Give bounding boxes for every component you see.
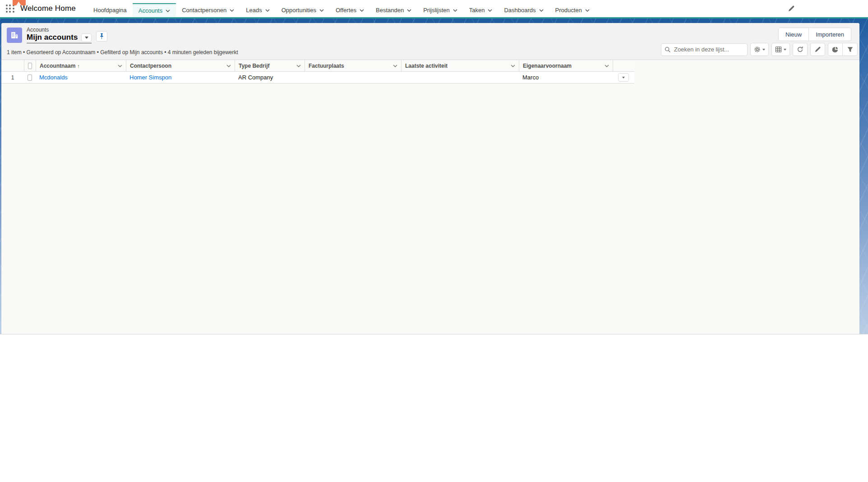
chevron-down-icon [488, 9, 492, 12]
new-button[interactable]: Nieuw [778, 28, 809, 41]
gear-icon [754, 46, 761, 53]
nav-tabs: Hoofdpagina Accounts Contactpersonen Lea… [88, 3, 596, 17]
accounts-table: Accountnaam ↑ Contactpersoon Type Bedrij… [1, 60, 634, 83]
table-grid-icon [775, 46, 782, 53]
filters-button[interactable] [843, 43, 858, 56]
chart-filter-group [828, 43, 858, 56]
chevron-down-icon [319, 9, 324, 12]
list-settings-button[interactable] [750, 43, 769, 56]
tab-bestanden[interactable]: Bestanden [370, 3, 417, 17]
table-header-row: Accountnaam ↑ Contactpersoon Type Bedrij… [1, 60, 634, 72]
type-bedrijf-value: AR Company [238, 74, 273, 81]
accounts-object-icon [7, 28, 22, 43]
chevron-down-icon [539, 9, 544, 12]
row-actions-button[interactable] [618, 73, 629, 82]
eigenaarvoornaam-value: Marco [522, 74, 539, 81]
display-as-button[interactable] [771, 43, 790, 56]
row-checkbox[interactable] [28, 74, 32, 81]
edit-list-button[interactable] [810, 43, 825, 56]
sort-asc-icon: ↑ [77, 63, 80, 69]
list-status-line: 1 item • Gesorteerd op Accountnaam • Gef… [7, 49, 238, 56]
edit-nav-pencil-icon[interactable] [788, 5, 795, 12]
list-view-dropdown-button[interactable] [81, 33, 92, 42]
chevron-down-icon [453, 9, 457, 12]
column-header-contactpersoon[interactable]: Contactpersoon [126, 60, 235, 71]
pushpin-icon [99, 33, 105, 40]
triangle-down-icon [622, 77, 625, 79]
refresh-icon [797, 46, 803, 53]
tab-contactpersonen[interactable]: Contactpersonen [176, 3, 240, 17]
column-header-laatste-activiteit[interactable]: Laatste activiteit [401, 60, 519, 71]
funnel-icon [847, 46, 854, 53]
entity-label: Accounts [27, 27, 92, 33]
chevron-down-icon[interactable] [393, 65, 397, 67]
row-number-header [1, 60, 24, 71]
orange-logo-fragment [13, 0, 26, 5]
chevron-down-icon[interactable] [511, 65, 515, 67]
column-header-accountnaam[interactable]: Accountnaam ↑ [36, 60, 126, 71]
chevron-down-icon [585, 9, 590, 12]
chevron-down-icon [407, 9, 411, 12]
search-icon [665, 46, 671, 53]
list-view-name: Mijn accounts [27, 33, 78, 42]
column-header-eigenaarvoornaam[interactable]: Eigenaarvoornaam [519, 60, 613, 71]
chevron-down-icon [265, 9, 270, 12]
pie-chart-icon [832, 46, 839, 53]
select-all-cell [24, 60, 36, 71]
import-button[interactable]: Importeren [809, 28, 851, 41]
refresh-button[interactable] [793, 43, 808, 56]
actions-column-header [613, 60, 634, 71]
list-actions: Nieuw Importeren [778, 28, 851, 41]
caret-down-icon [784, 49, 786, 51]
tab-opportunities[interactable]: Opportunities [276, 3, 330, 17]
pencil-icon [814, 46, 821, 53]
select-all-checkbox[interactable] [28, 63, 32, 69]
building-icon [10, 31, 19, 40]
column-header-type-bedrijf[interactable]: Type Bedrijf [235, 60, 305, 71]
tab-taken[interactable]: Taken [463, 3, 499, 17]
account-name-link[interactable]: Mcdonalds [39, 74, 68, 81]
triangle-down-icon [85, 37, 88, 39]
chevron-down-icon[interactable] [605, 65, 609, 67]
table-row: 1 Mcdonalds Homer Simspon AR Company Mar… [1, 72, 634, 83]
chevron-down-icon [166, 9, 170, 12]
tab-hoofdpagina[interactable]: Hoofdpagina [88, 3, 133, 17]
chevron-down-icon [230, 9, 234, 12]
chevron-down-icon [360, 9, 364, 12]
search-input[interactable] [661, 43, 748, 56]
tab-dashboards[interactable]: Dashboards [498, 3, 549, 17]
chevron-down-icon[interactable] [118, 65, 122, 67]
caret-down-icon [762, 49, 765, 51]
tab-accounts[interactable]: Accounts [133, 3, 176, 17]
tab-producten[interactable]: Producten [549, 3, 596, 17]
tab-offertes[interactable]: Offertes [330, 3, 370, 17]
empty-area-below-app [0, 334, 868, 482]
list-view-selector[interactable]: Mijn accounts [27, 33, 92, 43]
column-header-factuurplaats[interactable]: Factuurplaats [305, 60, 401, 71]
app-name: Welcome Home [20, 4, 76, 13]
accounts-list-view-card: Accounts Mijn accounts Nieuw Importeren [1, 23, 859, 334]
charts-button[interactable] [828, 43, 843, 56]
list-search [661, 43, 748, 56]
tab-leads[interactable]: Leads [240, 3, 275, 17]
row-number: 1 [11, 74, 14, 81]
pin-list-button[interactable] [96, 31, 107, 42]
tab-prijslijsten[interactable]: Prijslijsten [417, 3, 463, 17]
chevron-down-icon[interactable] [296, 65, 301, 67]
app-launcher-icon[interactable] [6, 5, 14, 13]
chevron-down-icon[interactable] [226, 65, 231, 67]
list-view-header: Accounts Mijn accounts Nieuw Importeren [1, 23, 859, 60]
contact-link[interactable]: Homer Simspon [129, 74, 171, 81]
global-navigation-bar: Welcome Home Hoofdpagina Accounts Contac… [0, 0, 868, 19]
